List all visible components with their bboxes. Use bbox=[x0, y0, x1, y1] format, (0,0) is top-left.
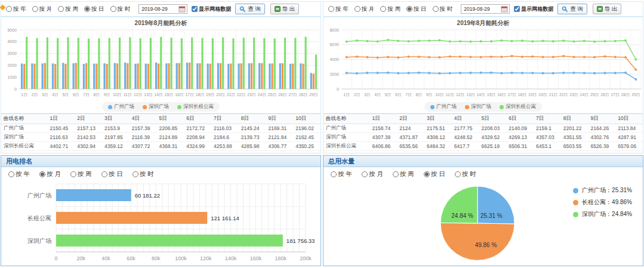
radio-input-by-week[interactable] bbox=[58, 6, 64, 12]
bar bbox=[127, 63, 128, 89]
radio-input-by-year[interactable] bbox=[8, 171, 14, 177]
radio-by-day[interactable]: 按 日 bbox=[84, 5, 104, 13]
legend-marker-icon bbox=[573, 212, 578, 217]
legend-item[interactable]: 深圳长租公寓 bbox=[177, 103, 214, 110]
svg-text:25日: 25日 bbox=[590, 93, 599, 97]
bar bbox=[103, 63, 105, 89]
legend-item[interactable]: 深圳广场 bbox=[143, 103, 169, 110]
date-input[interactable] bbox=[464, 6, 501, 12]
svg-text:22日: 22日 bbox=[237, 93, 245, 97]
radio-by-day[interactable]: 按 日 bbox=[406, 5, 427, 13]
date-picker[interactable] bbox=[138, 4, 187, 14]
data-point bbox=[583, 72, 586, 74]
column-header: 5日 bbox=[479, 114, 507, 124]
radio-by-week[interactable]: 按 周 bbox=[58, 5, 78, 13]
table-cell: 2184.6 bbox=[211, 133, 239, 142]
radio-input-by-week[interactable] bbox=[393, 171, 399, 177]
data-point bbox=[542, 56, 544, 58]
query-button[interactable]: 查 询 bbox=[235, 4, 265, 14]
query-button[interactable]: 查 询 bbox=[557, 4, 587, 14]
grid-data-checkbox[interactable]: 显示网格数据 bbox=[514, 5, 553, 13]
bar bbox=[220, 63, 221, 89]
date-input[interactable] bbox=[141, 6, 178, 12]
radio-input-by-hour[interactable] bbox=[133, 171, 138, 177]
radio-input-by-year[interactable] bbox=[328, 6, 334, 12]
radio-input-by-day[interactable] bbox=[406, 6, 412, 12]
data-point bbox=[614, 40, 617, 42]
export-button[interactable]: 导 出 bbox=[593, 4, 622, 14]
category-label: 长租公寓 bbox=[27, 215, 51, 221]
data-point bbox=[593, 72, 596, 74]
svg-text:3日: 3日 bbox=[364, 93, 371, 97]
checkbox-label: 显示网格数据 bbox=[521, 5, 553, 13]
table-cell: 2139.73 bbox=[239, 133, 266, 142]
legend-item[interactable]: 深圳广场：24.84% bbox=[573, 210, 632, 218]
radio-by-hour[interactable]: 按 时 bbox=[110, 5, 131, 13]
radio-input-by-month[interactable] bbox=[355, 6, 360, 12]
bar bbox=[54, 64, 56, 89]
radio-input-by-week[interactable] bbox=[380, 6, 386, 12]
radio-input-by-month[interactable] bbox=[362, 171, 368, 177]
radio-by-month[interactable]: 按 月 bbox=[39, 170, 61, 178]
data-point bbox=[408, 40, 410, 42]
bar bbox=[56, 235, 283, 247]
radio-input-by-hour[interactable] bbox=[433, 6, 439, 12]
power-ranking-hbar-chart[interactable]: 020k40k60k80k100k120k140k160k180k200k广州广… bbox=[1, 181, 321, 265]
calendar-icon[interactable] bbox=[178, 5, 186, 13]
radio-label: 按 日 bbox=[414, 5, 427, 13]
radio-by-year[interactable]: 按 年 bbox=[331, 170, 352, 178]
radio-input-by-hour[interactable] bbox=[110, 6, 116, 12]
radio-by-hour[interactable]: 按 时 bbox=[455, 170, 476, 178]
radio-input-by-week[interactable] bbox=[70, 171, 76, 177]
radio-input-by-year[interactable] bbox=[331, 171, 337, 177]
energy-line-chart[interactable]: 020004000600080001日2日3日4日5日6日7日8日9日10日11… bbox=[323, 27, 643, 102]
bar bbox=[313, 73, 315, 89]
legend-item[interactable]: 深圳长租公寓 bbox=[500, 103, 536, 110]
bar bbox=[137, 63, 138, 89]
export-button[interactable]: 导 出 bbox=[270, 4, 300, 14]
table-cell: 2197.85 bbox=[102, 133, 130, 142]
calendar-icon[interactable] bbox=[501, 5, 508, 13]
bar bbox=[168, 63, 170, 89]
grid-data-checkbox[interactable]: 显示网格数据 bbox=[192, 5, 231, 13]
radio-input-by-month[interactable] bbox=[32, 6, 38, 12]
radio-by-year[interactable]: 按 年 bbox=[328, 5, 349, 13]
bar bbox=[124, 63, 126, 89]
radio-by-week[interactable]: 按 周 bbox=[70, 170, 92, 178]
column-header: 1日 bbox=[370, 114, 398, 124]
radio-label: 按 月 bbox=[39, 5, 53, 13]
slice-label: 25.31 % bbox=[480, 212, 503, 219]
grid-data-checkbox-input[interactable] bbox=[514, 6, 520, 12]
radio-by-month[interactable]: 按 月 bbox=[362, 170, 383, 178]
radio-by-month[interactable]: 按 月 bbox=[32, 5, 53, 13]
svg-text:25日: 25日 bbox=[268, 93, 276, 97]
radio-by-hour[interactable]: 按 时 bbox=[433, 5, 453, 13]
radio-by-year[interactable]: 按 年 bbox=[8, 170, 30, 178]
radio-by-hour[interactable]: 按 时 bbox=[133, 170, 154, 178]
data-point bbox=[552, 72, 554, 75]
radio-by-year[interactable]: 按 年 bbox=[6, 5, 26, 13]
radio-input-by-year[interactable] bbox=[6, 6, 12, 12]
radio-input-by-month[interactable] bbox=[39, 171, 45, 177]
radio-input-by-day[interactable] bbox=[424, 171, 430, 177]
radio-by-week[interactable]: 按 周 bbox=[380, 5, 400, 13]
legend-item[interactable]: 长租公寓：49.86% bbox=[573, 198, 632, 207]
radio-by-week[interactable]: 按 周 bbox=[393, 170, 414, 178]
legend-item[interactable]: 深圳广场 bbox=[465, 103, 491, 110]
legend-label: 深圳广场：24.84% bbox=[582, 210, 632, 218]
table-cell: 2153.9 bbox=[102, 124, 130, 133]
legend-item[interactable]: 广州广场 bbox=[108, 103, 134, 110]
legend-item[interactable]: 广州广场 bbox=[430, 103, 457, 110]
legend-item[interactable]: 广州广场：25.31% bbox=[573, 186, 632, 195]
grid-data-checkbox-input[interactable] bbox=[192, 6, 198, 12]
date-picker[interactable] bbox=[461, 4, 510, 14]
radio-by-day[interactable]: 按 日 bbox=[101, 170, 123, 178]
radio-by-month[interactable]: 按 月 bbox=[355, 5, 375, 13]
checkbox-label: 显示网格数据 bbox=[199, 5, 231, 13]
radio-input-by-day[interactable] bbox=[84, 6, 90, 12]
energy-bar-chart[interactable]: 0100020003000400050001日2日3日4日5日6日7日8日9日1… bbox=[1, 27, 321, 102]
radio-input-by-day[interactable] bbox=[101, 171, 107, 177]
radio-input-by-hour[interactable] bbox=[455, 171, 461, 177]
svg-text:2000: 2000 bbox=[7, 63, 17, 67]
radio-by-day[interactable]: 按 日 bbox=[424, 170, 445, 178]
